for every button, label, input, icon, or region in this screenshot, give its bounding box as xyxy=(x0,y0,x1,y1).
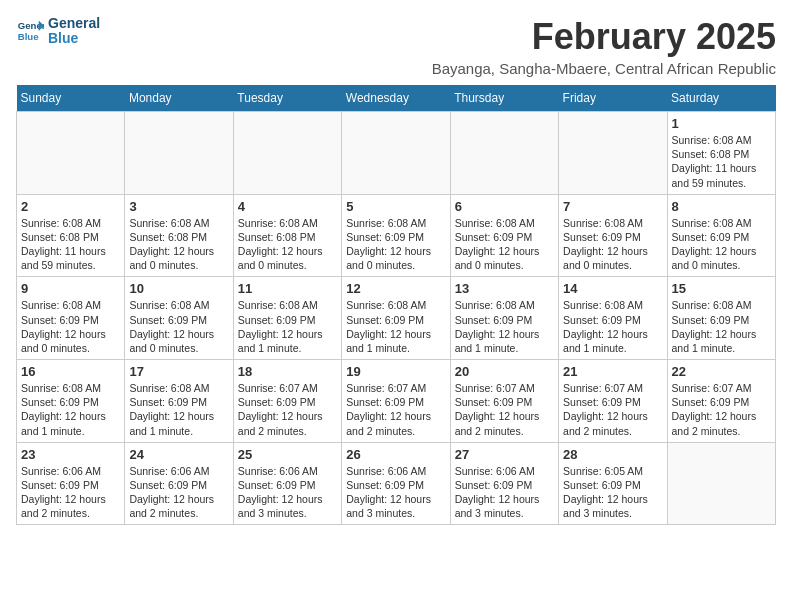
title-area: February 2025 Bayanga, Sangha-Mbaere, Ce… xyxy=(432,16,776,77)
day-number: 14 xyxy=(563,281,662,296)
calendar-day-cell: 22Sunrise: 6:07 AMSunset: 6:09 PMDayligh… xyxy=(667,360,775,443)
day-number: 13 xyxy=(455,281,554,296)
calendar-week-row: 9Sunrise: 6:08 AMSunset: 6:09 PMDaylight… xyxy=(17,277,776,360)
day-number: 7 xyxy=(563,199,662,214)
day-number: 27 xyxy=(455,447,554,462)
calendar-day-cell: 10Sunrise: 6:08 AMSunset: 6:09 PMDayligh… xyxy=(125,277,233,360)
day-info: Sunrise: 6:07 AMSunset: 6:09 PMDaylight:… xyxy=(455,381,554,438)
day-info: Sunrise: 6:07 AMSunset: 6:09 PMDaylight:… xyxy=(563,381,662,438)
day-number: 15 xyxy=(672,281,771,296)
day-number: 6 xyxy=(455,199,554,214)
day-number: 20 xyxy=(455,364,554,379)
day-number: 21 xyxy=(563,364,662,379)
calendar-body: 1Sunrise: 6:08 AMSunset: 6:08 PMDaylight… xyxy=(17,112,776,525)
page-header: General Blue General Blue February 2025 … xyxy=(16,16,776,77)
calendar-day-cell: 5Sunrise: 6:08 AMSunset: 6:09 PMDaylight… xyxy=(342,194,450,277)
logo-icon: General Blue xyxy=(16,17,44,45)
calendar-header-cell: Wednesday xyxy=(342,85,450,112)
day-number: 22 xyxy=(672,364,771,379)
day-info: Sunrise: 6:06 AMSunset: 6:09 PMDaylight:… xyxy=(455,464,554,521)
calendar-day-cell: 27Sunrise: 6:06 AMSunset: 6:09 PMDayligh… xyxy=(450,442,558,525)
calendar-day-cell: 20Sunrise: 6:07 AMSunset: 6:09 PMDayligh… xyxy=(450,360,558,443)
month-title: February 2025 xyxy=(432,16,776,58)
calendar-day-cell: 19Sunrise: 6:07 AMSunset: 6:09 PMDayligh… xyxy=(342,360,450,443)
day-number: 28 xyxy=(563,447,662,462)
logo-line2: Blue xyxy=(48,31,100,46)
calendar-header-cell: Friday xyxy=(559,85,667,112)
day-info: Sunrise: 6:08 AMSunset: 6:09 PMDaylight:… xyxy=(455,298,554,355)
calendar-day-cell xyxy=(125,112,233,195)
logo-line1: General xyxy=(48,16,100,31)
day-number: 8 xyxy=(672,199,771,214)
calendar-day-cell: 4Sunrise: 6:08 AMSunset: 6:08 PMDaylight… xyxy=(233,194,341,277)
day-info: Sunrise: 6:07 AMSunset: 6:09 PMDaylight:… xyxy=(238,381,337,438)
calendar-header-row: SundayMondayTuesdayWednesdayThursdayFrid… xyxy=(17,85,776,112)
calendar-day-cell xyxy=(233,112,341,195)
calendar-week-row: 1Sunrise: 6:08 AMSunset: 6:08 PMDaylight… xyxy=(17,112,776,195)
calendar-day-cell: 25Sunrise: 6:06 AMSunset: 6:09 PMDayligh… xyxy=(233,442,341,525)
day-number: 1 xyxy=(672,116,771,131)
day-number: 16 xyxy=(21,364,120,379)
logo: General Blue General Blue xyxy=(16,16,100,47)
day-info: Sunrise: 6:08 AMSunset: 6:09 PMDaylight:… xyxy=(563,298,662,355)
day-info: Sunrise: 6:08 AMSunset: 6:09 PMDaylight:… xyxy=(455,216,554,273)
day-info: Sunrise: 6:08 AMSunset: 6:09 PMDaylight:… xyxy=(129,381,228,438)
calendar-day-cell: 2Sunrise: 6:08 AMSunset: 6:08 PMDaylight… xyxy=(17,194,125,277)
day-number: 25 xyxy=(238,447,337,462)
day-number: 5 xyxy=(346,199,445,214)
calendar-header-cell: Tuesday xyxy=(233,85,341,112)
calendar-header-cell: Saturday xyxy=(667,85,775,112)
day-number: 26 xyxy=(346,447,445,462)
day-number: 19 xyxy=(346,364,445,379)
calendar-day-cell: 17Sunrise: 6:08 AMSunset: 6:09 PMDayligh… xyxy=(125,360,233,443)
calendar-day-cell: 9Sunrise: 6:08 AMSunset: 6:09 PMDaylight… xyxy=(17,277,125,360)
calendar-day-cell: 7Sunrise: 6:08 AMSunset: 6:09 PMDaylight… xyxy=(559,194,667,277)
calendar-week-row: 2Sunrise: 6:08 AMSunset: 6:08 PMDaylight… xyxy=(17,194,776,277)
day-info: Sunrise: 6:07 AMSunset: 6:09 PMDaylight:… xyxy=(346,381,445,438)
calendar-day-cell xyxy=(667,442,775,525)
day-number: 11 xyxy=(238,281,337,296)
day-info: Sunrise: 6:08 AMSunset: 6:08 PMDaylight:… xyxy=(672,133,771,190)
day-number: 4 xyxy=(238,199,337,214)
calendar-day-cell: 26Sunrise: 6:06 AMSunset: 6:09 PMDayligh… xyxy=(342,442,450,525)
day-number: 9 xyxy=(21,281,120,296)
day-number: 23 xyxy=(21,447,120,462)
day-number: 24 xyxy=(129,447,228,462)
calendar-day-cell: 24Sunrise: 6:06 AMSunset: 6:09 PMDayligh… xyxy=(125,442,233,525)
calendar-table: SundayMondayTuesdayWednesdayThursdayFrid… xyxy=(16,85,776,525)
day-number: 18 xyxy=(238,364,337,379)
calendar-day-cell: 16Sunrise: 6:08 AMSunset: 6:09 PMDayligh… xyxy=(17,360,125,443)
day-info: Sunrise: 6:08 AMSunset: 6:09 PMDaylight:… xyxy=(21,381,120,438)
calendar-day-cell: 15Sunrise: 6:08 AMSunset: 6:09 PMDayligh… xyxy=(667,277,775,360)
day-info: Sunrise: 6:08 AMSunset: 6:08 PMDaylight:… xyxy=(129,216,228,273)
calendar-day-cell xyxy=(342,112,450,195)
calendar-day-cell: 3Sunrise: 6:08 AMSunset: 6:08 PMDaylight… xyxy=(125,194,233,277)
day-info: Sunrise: 6:06 AMSunset: 6:09 PMDaylight:… xyxy=(346,464,445,521)
day-info: Sunrise: 6:08 AMSunset: 6:09 PMDaylight:… xyxy=(21,298,120,355)
day-number: 3 xyxy=(129,199,228,214)
day-info: Sunrise: 6:08 AMSunset: 6:09 PMDaylight:… xyxy=(129,298,228,355)
calendar-day-cell: 28Sunrise: 6:05 AMSunset: 6:09 PMDayligh… xyxy=(559,442,667,525)
calendar-day-cell: 13Sunrise: 6:08 AMSunset: 6:09 PMDayligh… xyxy=(450,277,558,360)
day-number: 17 xyxy=(129,364,228,379)
day-info: Sunrise: 6:08 AMSunset: 6:09 PMDaylight:… xyxy=(672,298,771,355)
day-info: Sunrise: 6:05 AMSunset: 6:09 PMDaylight:… xyxy=(563,464,662,521)
day-info: Sunrise: 6:07 AMSunset: 6:09 PMDaylight:… xyxy=(672,381,771,438)
day-info: Sunrise: 6:08 AMSunset: 6:09 PMDaylight:… xyxy=(346,216,445,273)
calendar-day-cell: 1Sunrise: 6:08 AMSunset: 6:08 PMDaylight… xyxy=(667,112,775,195)
calendar-day-cell: 6Sunrise: 6:08 AMSunset: 6:09 PMDaylight… xyxy=(450,194,558,277)
calendar-header-cell: Thursday xyxy=(450,85,558,112)
day-info: Sunrise: 6:08 AMSunset: 6:08 PMDaylight:… xyxy=(21,216,120,273)
day-info: Sunrise: 6:08 AMSunset: 6:09 PMDaylight:… xyxy=(563,216,662,273)
day-info: Sunrise: 6:08 AMSunset: 6:08 PMDaylight:… xyxy=(238,216,337,273)
svg-text:Blue: Blue xyxy=(18,31,39,42)
calendar-day-cell xyxy=(17,112,125,195)
calendar-day-cell: 11Sunrise: 6:08 AMSunset: 6:09 PMDayligh… xyxy=(233,277,341,360)
day-info: Sunrise: 6:06 AMSunset: 6:09 PMDaylight:… xyxy=(129,464,228,521)
day-info: Sunrise: 6:06 AMSunset: 6:09 PMDaylight:… xyxy=(238,464,337,521)
calendar-day-cell: 21Sunrise: 6:07 AMSunset: 6:09 PMDayligh… xyxy=(559,360,667,443)
calendar-header-cell: Sunday xyxy=(17,85,125,112)
day-number: 12 xyxy=(346,281,445,296)
calendar-day-cell xyxy=(559,112,667,195)
calendar-day-cell: 12Sunrise: 6:08 AMSunset: 6:09 PMDayligh… xyxy=(342,277,450,360)
